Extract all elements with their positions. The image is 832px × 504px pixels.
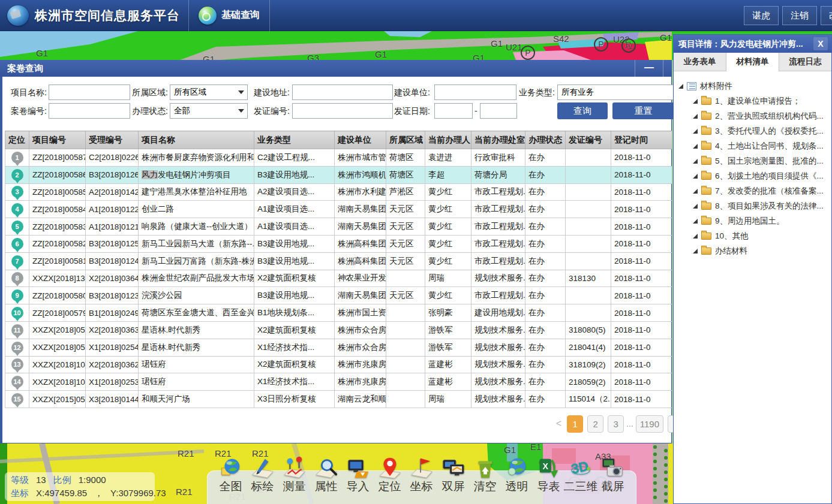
close-icon[interactable]: X	[813, 37, 828, 50]
tool-attributes[interactable]: 属性	[310, 457, 342, 504]
top-navbar: 株洲市空间信息服务平台 基础查询 谌虎 注销 改密码	[0, 0, 832, 31]
locate-pin-icon[interactable]: 2	[11, 169, 23, 181]
tool-clear[interactable]: 清空	[469, 457, 501, 504]
table-row[interactable]: 3ZZ[2018]00585A2[2018]0142建宁港黑臭水体整治补征用地A…	[5, 183, 672, 201]
tool-transparency[interactable]: 透明	[501, 457, 533, 504]
locate-pin-icon[interactable]: 9	[11, 289, 23, 301]
user-button[interactable]: 谌虎	[744, 6, 779, 25]
tree-item[interactable]: 1、建设单位申请报告；	[674, 93, 831, 108]
locate-cell: 9	[5, 287, 29, 304]
tree-item[interactable]: 9、周边用地国土。	[674, 213, 831, 228]
expander-icon[interactable]	[693, 204, 698, 209]
locate-pin-icon[interactable]: 1	[11, 152, 23, 164]
table-row[interactable]: 14XXZX[2018]105X1[2018]0253珺钰府X1经济技术指...…	[5, 373, 672, 391]
tool-measure[interactable]: 测量	[278, 457, 310, 504]
expander-icon[interactable]	[693, 99, 698, 104]
expander-icon[interactable]	[693, 129, 698, 134]
locate-pin-icon[interactable]: 11	[11, 324, 23, 336]
tab-material-list[interactable]: 材料清单	[726, 53, 779, 71]
locate-pin-icon[interactable]: 7	[11, 255, 23, 267]
tree-item[interactable]: 6、划拨土地的项目须提供《...	[674, 168, 831, 183]
tree-item[interactable]: 7、发改委的批准（核准备案...	[674, 183, 831, 198]
tree-item[interactable]: 3、委托代理人的《授权委托...	[674, 123, 831, 138]
tool-import[interactable]: 导入	[342, 457, 374, 504]
search-button[interactable]: 查询	[557, 102, 608, 119]
locate-pin-icon[interactable]: 5	[11, 221, 23, 233]
expander-icon[interactable]	[693, 144, 698, 149]
change-password-button[interactable]: 改密码	[821, 6, 832, 25]
table-cell: 株洲市国土资...	[335, 304, 386, 322]
locate-pin-icon[interactable]: 3	[11, 186, 23, 198]
expander-icon[interactable]	[693, 234, 698, 239]
panel-titlebar[interactable]: 案卷查询 —	[0, 60, 672, 77]
tool-dual-screen[interactable]: 双屏	[437, 457, 469, 504]
tree-item[interactable]: 4、土地出让合同书、规划条...	[674, 138, 831, 153]
expander-icon[interactable]	[693, 249, 698, 253]
table-row[interactable]: 12XXZX[2018]050X1[2018]0254星语林.时代新秀X1经济技…	[5, 339, 672, 356]
reset-button[interactable]: 重置	[612, 102, 674, 119]
locate-pin-icon[interactable]: 12	[11, 342, 23, 354]
expander-icon[interactable]	[693, 114, 698, 119]
locate-pin-icon[interactable]: 8	[11, 272, 23, 284]
column-header: 业务类型	[254, 131, 335, 149]
table-row[interactable]: 11XXZX[2018]050X2[2018]0363星语林.时代新秀X2建筑面…	[5, 321, 672, 339]
table-cell: C2建设工程规...	[254, 149, 335, 167]
table-row[interactable]: 4ZZ[2018]00584A1[2018]0122创业二路A1建设项目选...…	[5, 201, 672, 218]
tree-item[interactable]: 办结材料	[674, 243, 831, 258]
locate-pin-icon[interactable]: 15	[11, 393, 23, 405]
table-row[interactable]: 1ZZ[2018]00587C2[2018]0226株洲市餐厨废弃物资源化利用和…	[5, 149, 672, 167]
table-row[interactable]: 8XXZX[2018]131X2[2018]0364株洲金世纪农副产品批发大市场…	[5, 270, 672, 287]
tool-coordinates[interactable]: 坐标	[406, 457, 437, 504]
unit-input[interactable]	[434, 84, 516, 100]
project-name-input[interactable]	[49, 84, 130, 100]
locate-pin-icon[interactable]: 14	[11, 376, 23, 388]
table-row[interactable]: 5ZZ[2018]00583A1[2018]0121响泉路（健康大道--创业大道…	[5, 218, 672, 236]
page-prev[interactable]: <	[556, 418, 561, 429]
region-select[interactable]: 所有区域	[170, 84, 248, 100]
table-cell: B3[2018]0125	[86, 235, 139, 252]
tree-item[interactable]: 10、其他	[674, 228, 831, 243]
page-button[interactable]: 1190	[636, 415, 663, 433]
page-button[interactable]: 1	[567, 415, 583, 433]
table-row[interactable]: 13XXZX[2018]105X2[2018]0362珺钰府X2建筑面积复核株洲…	[5, 356, 672, 373]
expander-icon[interactable]	[693, 189, 698, 194]
tab-business-form[interactable]: 业务表单	[674, 53, 726, 71]
logout-button[interactable]: 注销	[782, 6, 817, 25]
table-row[interactable]: 6ZZ[2018]00582B3[2018]0125新马工业园新马大道（新东路-…	[5, 235, 672, 252]
tree-item[interactable]: 材料附件	[674, 79, 831, 93]
table-row[interactable]: 9ZZ[2018]00580B3[2018]0123浣溪沙公园B3建设用地规..…	[5, 287, 672, 304]
expander-icon[interactable]	[693, 159, 698, 164]
locate-pin-icon[interactable]: 4	[11, 203, 23, 215]
tree-item[interactable]: 2、营业执照或组织机构代码...	[674, 108, 831, 123]
address-input[interactable]	[292, 84, 393, 100]
table-row[interactable]: 10ZZ[2018]00579B1[2018]0249荷塘区东至金塘大道、西至金…	[5, 304, 672, 322]
tab-basic-query[interactable]: 基础查询	[189, 0, 270, 31]
locate-pin-icon[interactable]: 13	[11, 358, 23, 370]
tool-2d-3d[interactable]: 3D 二三维	[564, 457, 597, 504]
expander-icon[interactable]	[693, 219, 698, 224]
locate-pin-icon[interactable]: 6	[11, 238, 23, 250]
tree-item[interactable]: 8、项目如果涉及有关的法律...	[674, 198, 831, 213]
table-row[interactable]: 2ZZ[2018]00586B3[2018]0126风力发电硅钢片冲剪项目B3建…	[5, 166, 672, 183]
tool-export-table[interactable]: X 导表	[533, 457, 564, 504]
case-no-input[interactable]	[49, 103, 130, 119]
cert-date-start-input[interactable]	[434, 103, 473, 119]
minimize-button[interactable]: —	[635, 60, 663, 77]
tab-process-log[interactable]: 流程日志	[779, 53, 831, 71]
tool-plot[interactable]: 标绘	[247, 457, 278, 504]
cert-no-input[interactable]	[292, 103, 393, 119]
status-select[interactable]: 全部	[170, 103, 248, 119]
tree-item[interactable]: 5、国土宗地测量图、批准的...	[674, 153, 831, 168]
table-row[interactable]: 7ZZ[2018]00581B3[2018]0124新马工业园万富路（新东路-株…	[5, 252, 672, 270]
locate-pin-icon[interactable]: 10	[11, 307, 23, 319]
table-row[interactable]: 15XXZX[2015]050X3[2018]0144和顺天河广场X3日照分析复…	[5, 391, 672, 408]
tool-full-extent[interactable]: 全图	[215, 457, 247, 504]
expander-icon[interactable]	[678, 84, 683, 89]
page-button[interactable]: 2	[587, 415, 603, 433]
expander-icon[interactable]	[693, 174, 698, 179]
cert-date-end-input[interactable]	[480, 103, 517, 119]
page-button[interactable]: 3	[608, 415, 624, 433]
tool-locate[interactable]: 定位	[374, 457, 406, 504]
biz-type-select[interactable]: 所有业务	[557, 84, 674, 100]
tool-screenshot[interactable]: 截屏	[597, 457, 629, 504]
